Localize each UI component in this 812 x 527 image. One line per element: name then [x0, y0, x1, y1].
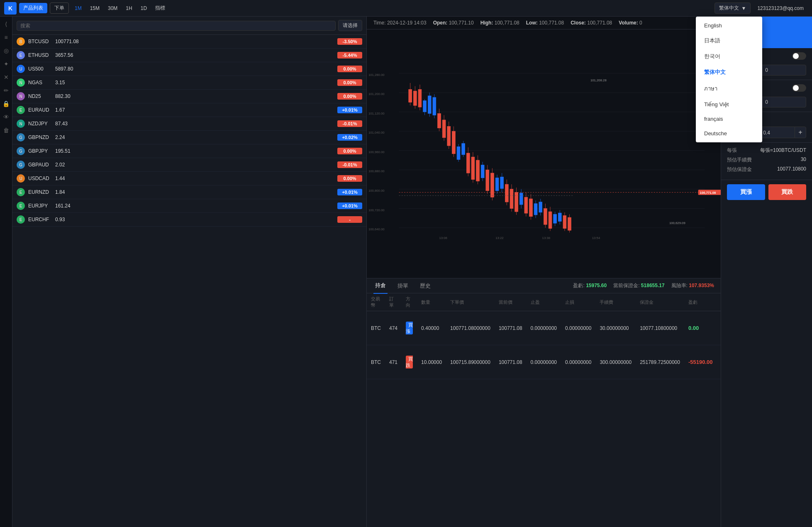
lang-item-japanese[interactable]: 日本語	[696, 33, 762, 49]
lang-item-tw[interactable]: 繁体中文	[696, 64, 762, 80]
cell-fee: 30.00000000	[595, 311, 636, 345]
svg-rect-62	[500, 177, 504, 188]
buy-button[interactable]: 買漲	[727, 184, 765, 200]
asset-change: -3.50%	[337, 38, 362, 45]
asset-icon: G	[17, 133, 25, 142]
tab-product-list[interactable]: 产品列表	[19, 3, 47, 13]
chart-info-bar: Time: 2024-12-19 14:03 Open: 100,771.10 …	[367, 17, 721, 29]
cell-fee: 300.00000000	[595, 379, 636, 385]
eye-icon[interactable]: 👁	[2, 113, 10, 121]
asset-name: EURCHF	[28, 217, 55, 222]
asset-name: GBPJPY	[28, 148, 55, 154]
star-icon[interactable]: ✦	[2, 60, 10, 68]
stat-pnl: 盈虧: 15975.60	[573, 282, 607, 289]
table-row: BTC 470 買漲 10.00000 100701.54000000 1007…	[367, 379, 721, 385]
menu-icon[interactable]: ≡	[2, 33, 10, 41]
list-item[interactable]: E EURNZD 1.84 +0.01%	[12, 185, 366, 199]
cell-time: 2024-12-18 21:06:58	[717, 311, 721, 345]
stat-margin: 當前保證金: 518655.17	[613, 282, 664, 289]
list-item[interactable]: N NZDJPY 87.43 -0.01%	[12, 117, 366, 131]
svg-text:13:38: 13:38	[542, 236, 550, 240]
list-item[interactable]: E ETHUSD 3657.56 -5.44%	[12, 49, 366, 62]
sl-toggle[interactable]	[792, 52, 806, 60]
svg-rect-78	[539, 202, 542, 212]
col-time: 開倉時間	[717, 293, 721, 311]
lang-item-vietnamese[interactable]: Tiếng Việt	[696, 97, 762, 112]
cell-qty: 0.40000	[417, 311, 446, 345]
filter-button[interactable]: 请选择	[338, 20, 362, 31]
tab-order[interactable]: 下单	[50, 2, 69, 14]
list-item[interactable]: U US500 5897.80 0.00%	[12, 62, 366, 76]
cell-tp: 0.00000000	[527, 311, 561, 345]
svg-rect-50	[471, 157, 475, 179]
col-order: 訂單	[385, 293, 402, 311]
tab-history[interactable]: 歷史	[418, 278, 432, 293]
lang-item-korean[interactable]: 한국어	[696, 49, 762, 64]
trash-icon[interactable]: 🗑	[2, 126, 10, 134]
asset-name: ND25	[28, 93, 55, 99]
asset-name: BTCUSD	[28, 39, 55, 44]
tf-1d[interactable]: 1D	[137, 3, 150, 13]
bottom-tabs: 持倉 掛單 歷史 盈虧: 15975.60 當前保證金: 518655.17 風…	[367, 278, 721, 293]
list-item[interactable]: E EURJPY 161.24 +0.01%	[12, 199, 366, 213]
tab-pending[interactable]: 掛單	[396, 278, 410, 293]
tf-30m[interactable]: 30M	[105, 3, 121, 13]
list-item[interactable]: B BTCUSD 100771.08 -3.50%	[12, 35, 366, 49]
lang-item-thai[interactable]: ภาษา	[696, 80, 762, 97]
tab-positions[interactable]: 持倉	[373, 278, 388, 294]
chart-high: High: 100,771.08	[480, 20, 519, 26]
list-item[interactable]: U USDCAD 1.44 0.00%	[12, 172, 366, 185]
svg-rect-42	[452, 131, 455, 154]
direction-badge: 買漲	[406, 322, 413, 334]
margin-label: 預估保證金	[727, 166, 752, 173]
asset-name: EURAUD	[28, 107, 55, 113]
tf-15m[interactable]: 15M	[87, 3, 103, 13]
per-value: 每張=100BTC/USDT	[760, 147, 806, 154]
per-row: 每張 每張=100BTC/USDT	[727, 147, 806, 154]
col-fee: 手續費	[595, 293, 636, 311]
cell-qty: 10.00000	[417, 379, 446, 385]
logo-icon: K	[4, 2, 17, 15]
list-item[interactable]: N NGAS 3.15 0.00%	[12, 76, 366, 90]
asset-price: 2.02	[55, 162, 337, 168]
cell-sl: 0.00000000	[561, 379, 595, 385]
list-item[interactable]: G GBPAUD 2.02 -0.01%	[12, 158, 366, 172]
cross-icon[interactable]: ✕	[2, 73, 10, 81]
list-item[interactable]: G GBPNZD 2.24 +0.02%	[12, 131, 366, 144]
list-item[interactable]: N ND25 882.30 0.00%	[12, 90, 366, 103]
tf-indicators[interactable]: 指標	[152, 3, 168, 13]
lang-selector[interactable]: 繁体中文 ▼	[714, 2, 751, 14]
asset-icon: N	[17, 120, 25, 128]
tp-toggle[interactable]	[792, 84, 806, 92]
tf-1m[interactable]: 1M	[71, 3, 85, 13]
arrow-left-icon[interactable]: ⟨	[2, 20, 10, 28]
search-input[interactable]	[17, 21, 336, 31]
cell-time: 2024-12-18 21:01:26	[717, 345, 721, 379]
svg-rect-68	[515, 193, 518, 212]
list-item[interactable]: E EURCHF 0.93 -	[12, 213, 366, 227]
lock-icon[interactable]: 🔒	[2, 100, 10, 108]
tf-1h[interactable]: 1H	[122, 3, 135, 13]
lang-item-german[interactable]: Deutsche	[696, 126, 762, 141]
qty-plus-button[interactable]: +	[795, 127, 806, 138]
list-item[interactable]: E EURAUD 1.67 +0.01%	[12, 103, 366, 117]
pencil-icon[interactable]: ✏	[2, 86, 10, 95]
cell-order: 474	[385, 311, 402, 345]
asset-price: 0.93	[55, 217, 337, 222]
lang-item-english[interactable]: English	[696, 18, 762, 33]
asset-price: 5897.80	[55, 66, 337, 72]
list-item[interactable]: G GBPJPY 195.51 0.00%	[12, 144, 366, 158]
asset-name: GBPAUD	[28, 162, 55, 168]
cell-coin: BTC	[367, 345, 385, 379]
circle-icon[interactable]: ◎	[2, 46, 10, 55]
cell-tp: 0.00000000	[527, 379, 561, 385]
margin-value: 10077.10800	[777, 166, 806, 173]
sell-button[interactable]: 買跌	[768, 184, 807, 200]
lang-item-french[interactable]: français	[696, 112, 762, 126]
svg-rect-28	[418, 89, 422, 107]
asset-icon: E	[17, 188, 25, 196]
cell-tp: 0.00000000	[527, 345, 561, 379]
asset-change: +0.01%	[337, 203, 362, 209]
col-current: 當前價	[495, 293, 527, 311]
cell-pnl: -55190.00	[684, 345, 717, 379]
